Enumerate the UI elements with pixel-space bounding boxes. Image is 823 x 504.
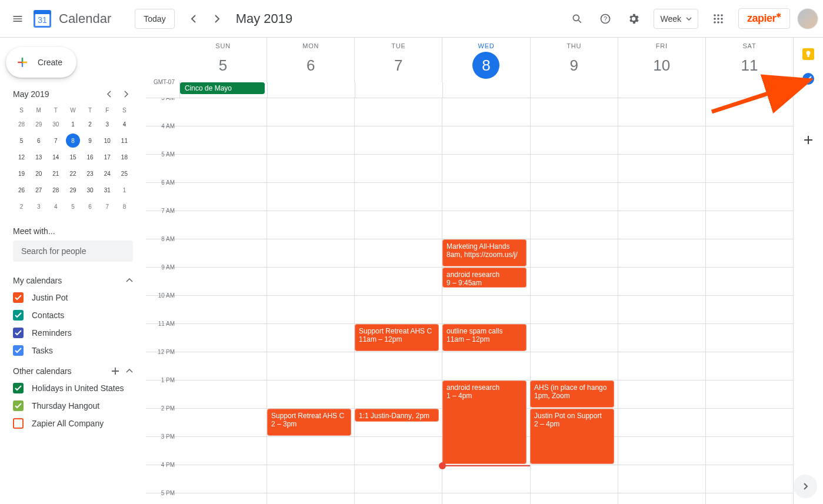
app-logo[interactable]: 31 Calendar (31, 7, 111, 31)
mini-day[interactable]: 8 (66, 133, 80, 148)
view-selector[interactable]: Week (654, 9, 698, 29)
event[interactable]: outline spam calls11am – 12pm (442, 324, 527, 351)
event[interactable]: Support Retreat AHS C2 – 3pm (267, 409, 351, 436)
allday-event[interactable]: Cinco de Mayo (180, 82, 265, 94)
mini-day[interactable]: 6 (32, 133, 46, 148)
time-grid-scroll[interactable]: 3 AM4 AM5 AM6 AM7 AM8 AM9 AM10 AM11 AM12… (146, 98, 793, 504)
allday-cell[interactable] (442, 82, 530, 98)
allday-cell[interactable] (618, 82, 705, 98)
event[interactable]: android research1 – 4pm (442, 380, 527, 464)
day-header[interactable]: TUE7 (354, 38, 442, 82)
mini-day[interactable]: 19 (15, 166, 29, 181)
calendar-item[interactable]: Contacts (13, 306, 133, 324)
mini-day[interactable]: 3 (32, 199, 46, 213)
previous-period-button[interactable] (182, 7, 205, 31)
add-calendar-icon[interactable] (111, 366, 120, 376)
mini-day[interactable]: 31 (100, 183, 114, 197)
mini-day[interactable]: 27 (32, 183, 46, 197)
mini-prev-month-button[interactable] (102, 87, 116, 101)
calendar-checkbox[interactable] (13, 400, 24, 411)
today-button[interactable]: Today (135, 9, 174, 29)
keep-icon[interactable] (802, 48, 814, 60)
calendar-item[interactable]: Zapier All Company (13, 415, 133, 432)
calendar-item[interactable]: Justin Pot (13, 289, 133, 306)
mini-day[interactable]: 1 (66, 117, 80, 131)
mini-day[interactable]: 1 (117, 183, 131, 197)
event[interactable]: 1:1 Justin-Danny, 2pm (355, 409, 439, 422)
day-header[interactable]: FRI10 (618, 38, 705, 82)
allday-cell[interactable] (355, 82, 442, 98)
calendar-checkbox[interactable] (13, 328, 24, 338)
mini-day[interactable]: 9 (83, 133, 97, 148)
help-icon[interactable]: ? (592, 6, 618, 32)
calendar-item[interactable]: Holidays in United States (13, 379, 133, 397)
calendar-checkbox[interactable] (13, 345, 24, 356)
event[interactable]: Support Retreat AHS C11am – 12pm (355, 324, 439, 351)
mini-day[interactable]: 15 (66, 150, 80, 164)
calendar-item[interactable]: Thursday Hangout (13, 397, 133, 415)
mini-day[interactable]: 5 (66, 199, 80, 213)
calendar-item[interactable]: Tasks (13, 342, 133, 359)
my-calendars-toggle[interactable]: My calendars (13, 272, 133, 289)
calendar-checkbox[interactable] (13, 310, 24, 321)
mini-day[interactable]: 18 (117, 150, 131, 164)
create-button[interactable]: Create (6, 47, 76, 78)
event[interactable]: android research9 – 9:45am (442, 268, 527, 288)
mini-day[interactable]: 7 (100, 199, 114, 213)
search-icon[interactable] (564, 6, 590, 32)
mini-day[interactable]: 25 (117, 166, 131, 181)
mini-day[interactable]: 30 (83, 183, 97, 197)
calendar-checkbox[interactable] (13, 292, 24, 303)
calendar-item[interactable]: Reminders (13, 324, 133, 342)
zapier-button[interactable]: zapier✱ (738, 8, 790, 29)
mini-day[interactable]: 10 (100, 133, 114, 148)
collapse-sidepanel-button[interactable] (794, 475, 817, 498)
tasks-icon[interactable] (802, 73, 814, 85)
calendar-checkbox[interactable] (13, 418, 24, 429)
allday-cell[interactable]: Cinco de Mayo (179, 82, 267, 98)
allday-cell[interactable] (705, 82, 793, 98)
mini-day[interactable]: 21 (49, 166, 63, 181)
mini-day[interactable]: 17 (100, 150, 114, 164)
mini-day[interactable]: 6 (83, 199, 97, 213)
mini-day[interactable]: 22 (66, 166, 80, 181)
mini-day[interactable]: 12 (15, 150, 29, 164)
other-calendars-toggle[interactable]: Other calendars (13, 363, 133, 379)
main-menu-icon[interactable] (5, 6, 31, 32)
mini-day[interactable]: 2 (15, 199, 29, 213)
mini-day[interactable]: 20 (32, 166, 46, 181)
settings-icon[interactable] (621, 6, 647, 32)
mini-day[interactable]: 14 (49, 150, 63, 164)
calendar-checkbox[interactable] (13, 383, 24, 393)
account-avatar[interactable] (797, 8, 818, 29)
event[interactable]: Justin Pot on Support2 – 4pm (530, 409, 614, 464)
mini-day[interactable]: 2 (83, 117, 97, 131)
mini-day[interactable]: 16 (83, 150, 97, 164)
event[interactable]: AHS (in place of hango1pm, Zoom (530, 380, 614, 408)
allday-cell[interactable] (267, 82, 355, 98)
mini-day[interactable]: 13 (32, 150, 46, 164)
day-header[interactable]: SUN5 (179, 38, 266, 82)
people-search-input[interactable]: Search for people (13, 241, 133, 262)
next-period-button[interactable] (205, 7, 229, 31)
day-header[interactable]: THU9 (530, 38, 618, 82)
mini-day[interactable]: 5 (15, 133, 29, 148)
mini-day[interactable]: 11 (117, 133, 131, 148)
mini-day[interactable]: 4 (49, 199, 63, 213)
allday-cell[interactable] (530, 82, 618, 98)
mini-day[interactable]: 4 (117, 117, 131, 131)
event[interactable]: Marketing All-Hands8am, https://zoom.us/… (442, 239, 527, 266)
day-header[interactable]: SAT11 (705, 38, 793, 82)
mini-day[interactable]: 28 (15, 117, 29, 131)
day-header[interactable]: WED8 (442, 38, 529, 82)
add-addon-icon[interactable] (802, 134, 814, 146)
mini-day[interactable]: 28 (49, 183, 63, 197)
mini-next-month-button[interactable] (119, 87, 133, 101)
mini-day[interactable]: 30 (49, 117, 63, 131)
mini-day[interactable]: 3 (100, 117, 114, 131)
mini-day[interactable]: 26 (15, 183, 29, 197)
mini-day[interactable]: 23 (83, 166, 97, 181)
google-apps-icon[interactable] (705, 6, 731, 32)
day-header[interactable]: MON6 (266, 38, 354, 82)
mini-day[interactable]: 29 (66, 183, 80, 197)
